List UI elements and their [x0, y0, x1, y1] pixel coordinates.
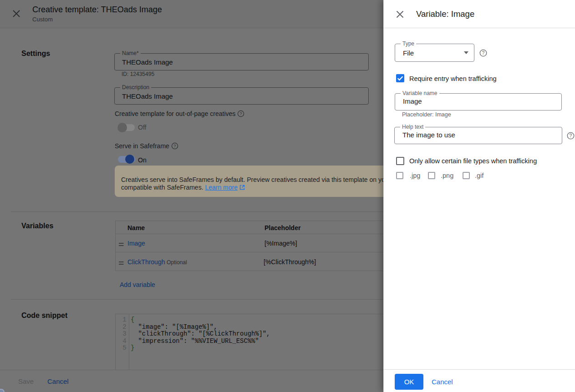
svg-text:?: ?	[482, 50, 485, 55]
svg-text:?: ?	[570, 133, 572, 138]
